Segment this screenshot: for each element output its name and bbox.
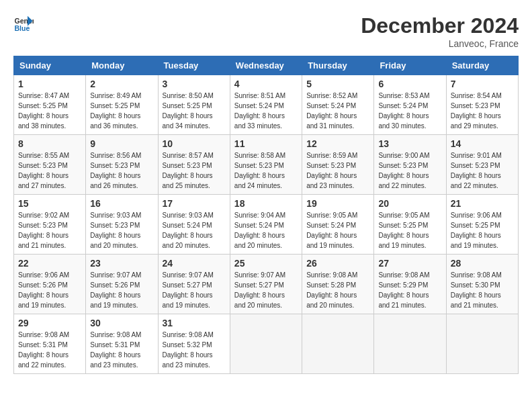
calendar-cell bbox=[446, 314, 518, 374]
day-number: 20 bbox=[378, 198, 441, 209]
day-number: 24 bbox=[163, 258, 226, 269]
day-info: Sunrise: 9:03 AM Sunset: 5:24 PM Dayligh… bbox=[163, 210, 226, 250]
calendar-cell: 29 Sunrise: 9:08 AM Sunset: 5:31 PM Dayl… bbox=[14, 314, 86, 374]
calendar-week-2: 8 Sunrise: 8:55 AM Sunset: 5:23 PM Dayli… bbox=[14, 135, 519, 195]
title-block: December 2024 Lanveoc, France bbox=[361, 13, 519, 49]
calendar-cell: 10 Sunrise: 8:57 AM Sunset: 5:23 PM Dayl… bbox=[158, 135, 230, 195]
calendar-cell: 19 Sunrise: 9:05 AM Sunset: 5:24 PM Dayl… bbox=[302, 195, 374, 255]
page-header: General Blue December 2024 Lanveoc, Fran… bbox=[13, 13, 519, 49]
day-number: 10 bbox=[163, 138, 226, 149]
day-number: 2 bbox=[90, 79, 153, 89]
day-info: Sunrise: 9:02 AM Sunset: 5:23 PM Dayligh… bbox=[18, 210, 81, 250]
calendar-cell: 26 Sunrise: 9:08 AM Sunset: 5:28 PM Dayl… bbox=[302, 255, 374, 314]
day-number: 26 bbox=[306, 258, 369, 269]
day-info: Sunrise: 9:08 AM Sunset: 5:30 PM Dayligh… bbox=[451, 270, 514, 310]
calendar-cell: 3 Sunrise: 8:50 AM Sunset: 5:25 PM Dayli… bbox=[158, 75, 230, 135]
calendar-week-1: 1 Sunrise: 8:47 AM Sunset: 5:25 PM Dayli… bbox=[14, 75, 519, 135]
day-number: 16 bbox=[90, 198, 153, 209]
day-number: 28 bbox=[451, 258, 514, 269]
calendar-cell: 28 Sunrise: 9:08 AM Sunset: 5:30 PM Dayl… bbox=[446, 255, 518, 314]
day-number: 21 bbox=[451, 198, 514, 209]
day-number: 6 bbox=[378, 79, 441, 89]
calendar-cell: 9 Sunrise: 8:56 AM Sunset: 5:23 PM Dayli… bbox=[86, 135, 158, 195]
day-info: Sunrise: 9:08 AM Sunset: 5:31 PM Dayligh… bbox=[90, 330, 153, 370]
calendar-cell: 2 Sunrise: 8:49 AM Sunset: 5:25 PM Dayli… bbox=[86, 75, 158, 135]
day-info: Sunrise: 9:05 AM Sunset: 5:24 PM Dayligh… bbox=[306, 210, 369, 250]
day-info: Sunrise: 9:04 AM Sunset: 5:24 PM Dayligh… bbox=[234, 210, 298, 250]
day-info: Sunrise: 9:08 AM Sunset: 5:28 PM Dayligh… bbox=[306, 270, 369, 310]
day-info: Sunrise: 9:03 AM Sunset: 5:23 PM Dayligh… bbox=[90, 210, 153, 250]
calendar-cell: 16 Sunrise: 9:03 AM Sunset: 5:23 PM Dayl… bbox=[86, 195, 158, 255]
calendar-cell: 25 Sunrise: 9:07 AM Sunset: 5:27 PM Dayl… bbox=[230, 255, 302, 314]
calendar-cell bbox=[374, 314, 446, 374]
day-number: 1 bbox=[18, 79, 81, 89]
day-header-thursday: Thursday bbox=[302, 56, 374, 75]
day-header-friday: Friday bbox=[374, 56, 446, 75]
day-header-tuesday: Tuesday bbox=[158, 56, 230, 75]
calendar-cell: 13 Sunrise: 9:00 AM Sunset: 5:23 PM Dayl… bbox=[374, 135, 446, 195]
day-number: 9 bbox=[90, 138, 153, 149]
day-number: 30 bbox=[90, 318, 153, 328]
day-number: 17 bbox=[163, 198, 226, 209]
day-info: Sunrise: 8:59 AM Sunset: 5:23 PM Dayligh… bbox=[306, 150, 369, 191]
calendar-cell: 17 Sunrise: 9:03 AM Sunset: 5:24 PM Dayl… bbox=[158, 195, 230, 255]
location: Lanveoc, France bbox=[361, 38, 519, 49]
day-info: Sunrise: 9:07 AM Sunset: 5:27 PM Dayligh… bbox=[234, 270, 298, 310]
logo: General Blue bbox=[13, 13, 34, 34]
calendar-header-row: SundayMondayTuesdayWednesdayThursdayFrid… bbox=[14, 56, 519, 75]
day-number: 4 bbox=[234, 79, 298, 89]
day-info: Sunrise: 9:06 AM Sunset: 5:25 PM Dayligh… bbox=[451, 210, 514, 250]
calendar-cell: 7 Sunrise: 8:54 AM Sunset: 5:23 PM Dayli… bbox=[446, 75, 518, 135]
day-info: Sunrise: 8:52 AM Sunset: 5:24 PM Dayligh… bbox=[306, 91, 369, 131]
calendar-cell: 24 Sunrise: 9:07 AM Sunset: 5:27 PM Dayl… bbox=[158, 255, 230, 314]
logo-icon: General Blue bbox=[13, 13, 34, 34]
day-number: 12 bbox=[306, 138, 369, 149]
day-info: Sunrise: 9:07 AM Sunset: 5:26 PM Dayligh… bbox=[90, 270, 153, 310]
day-number: 15 bbox=[18, 198, 81, 209]
day-number: 14 bbox=[451, 138, 514, 149]
calendar-cell: 27 Sunrise: 9:08 AM Sunset: 5:29 PM Dayl… bbox=[374, 255, 446, 314]
day-info: Sunrise: 9:00 AM Sunset: 5:23 PM Dayligh… bbox=[378, 150, 441, 191]
calendar-cell: 31 Sunrise: 9:08 AM Sunset: 5:32 PM Dayl… bbox=[158, 314, 230, 374]
calendar-cell: 18 Sunrise: 9:04 AM Sunset: 5:24 PM Dayl… bbox=[230, 195, 302, 255]
calendar-cell: 15 Sunrise: 9:02 AM Sunset: 5:23 PM Dayl… bbox=[14, 195, 86, 255]
day-number: 3 bbox=[163, 79, 226, 89]
calendar-cell: 21 Sunrise: 9:06 AM Sunset: 5:25 PM Dayl… bbox=[446, 195, 518, 255]
day-number: 8 bbox=[18, 138, 81, 149]
day-number: 31 bbox=[163, 318, 226, 328]
calendar-cell: 20 Sunrise: 9:05 AM Sunset: 5:25 PM Dayl… bbox=[374, 195, 446, 255]
day-number: 29 bbox=[18, 318, 81, 328]
calendar-week-5: 29 Sunrise: 9:08 AM Sunset: 5:31 PM Dayl… bbox=[14, 314, 519, 374]
day-number: 18 bbox=[234, 198, 298, 209]
day-info: Sunrise: 9:08 AM Sunset: 5:32 PM Dayligh… bbox=[163, 330, 226, 370]
day-number: 11 bbox=[234, 138, 298, 149]
day-info: Sunrise: 8:49 AM Sunset: 5:25 PM Dayligh… bbox=[90, 91, 153, 131]
day-number: 25 bbox=[234, 258, 298, 269]
calendar-cell: 1 Sunrise: 8:47 AM Sunset: 5:25 PM Dayli… bbox=[14, 75, 86, 135]
day-number: 23 bbox=[90, 258, 153, 269]
calendar-week-4: 22 Sunrise: 9:06 AM Sunset: 5:26 PM Dayl… bbox=[14, 255, 519, 314]
calendar-cell: 12 Sunrise: 8:59 AM Sunset: 5:23 PM Dayl… bbox=[302, 135, 374, 195]
day-number: 19 bbox=[306, 198, 369, 209]
day-header-saturday: Saturday bbox=[446, 56, 518, 75]
day-header-monday: Monday bbox=[86, 56, 158, 75]
day-info: Sunrise: 8:53 AM Sunset: 5:24 PM Dayligh… bbox=[378, 91, 441, 131]
day-info: Sunrise: 8:57 AM Sunset: 5:23 PM Dayligh… bbox=[163, 150, 226, 191]
svg-text:Blue: Blue bbox=[15, 24, 30, 32]
day-number: 13 bbox=[378, 138, 441, 149]
day-info: Sunrise: 8:58 AM Sunset: 5:23 PM Dayligh… bbox=[234, 150, 298, 191]
day-info: Sunrise: 8:54 AM Sunset: 5:23 PM Dayligh… bbox=[451, 91, 514, 131]
calendar-cell: 4 Sunrise: 8:51 AM Sunset: 5:24 PM Dayli… bbox=[230, 75, 302, 135]
calendar-cell: 30 Sunrise: 9:08 AM Sunset: 5:31 PM Dayl… bbox=[86, 314, 158, 374]
day-info: Sunrise: 8:50 AM Sunset: 5:25 PM Dayligh… bbox=[163, 91, 226, 131]
calendar-cell: 11 Sunrise: 8:58 AM Sunset: 5:23 PM Dayl… bbox=[230, 135, 302, 195]
day-info: Sunrise: 8:51 AM Sunset: 5:24 PM Dayligh… bbox=[234, 91, 298, 131]
day-number: 27 bbox=[378, 258, 441, 269]
month-title: December 2024 bbox=[361, 13, 519, 38]
day-number: 7 bbox=[451, 79, 514, 89]
day-info: Sunrise: 9:07 AM Sunset: 5:27 PM Dayligh… bbox=[163, 270, 226, 310]
day-info: Sunrise: 9:08 AM Sunset: 5:31 PM Dayligh… bbox=[18, 330, 81, 370]
calendar-cell bbox=[230, 314, 302, 374]
day-info: Sunrise: 9:08 AM Sunset: 5:29 PM Dayligh… bbox=[378, 270, 441, 310]
calendar-week-3: 15 Sunrise: 9:02 AM Sunset: 5:23 PM Dayl… bbox=[14, 195, 519, 255]
